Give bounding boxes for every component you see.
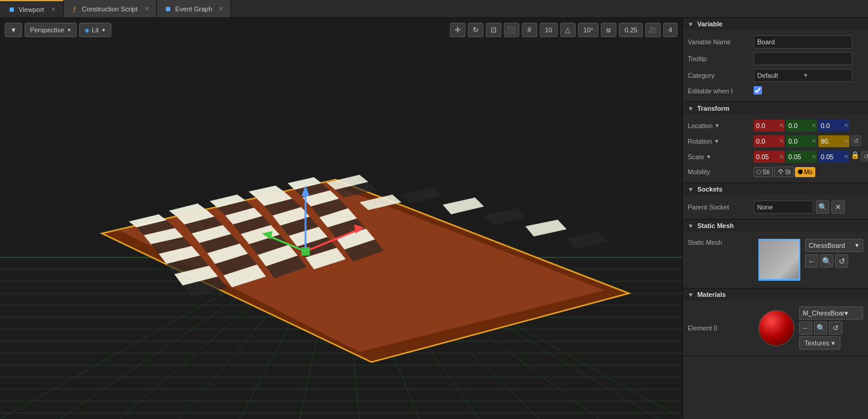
grid-size-btn[interactable]: 10 xyxy=(540,23,558,37)
mesh-label: Static Mesh xyxy=(688,239,754,246)
tab-viewport[interactable]: ◼ Viewport ✕ xyxy=(0,0,63,17)
scale-z-expand[interactable]: ⇱ xyxy=(845,154,849,160)
camera-speed-btn[interactable]: 4 xyxy=(663,23,678,37)
location-label: Location ▼ xyxy=(688,122,754,129)
scale-dropdown-arrow: ▼ xyxy=(706,154,712,160)
mobility-movable-radio[interactable]: Mo xyxy=(795,167,815,177)
editable-value-container xyxy=(754,86,863,96)
variable-name-label: Variable Name xyxy=(688,38,754,45)
camera-icon-btn[interactable]: 🎥 xyxy=(645,23,661,37)
static-mesh-section-header[interactable]: ▼ Static Mesh xyxy=(683,220,868,232)
scale-inputs: ⇱ ⇱ ⇱ 🔒 ↺ xyxy=(754,151,868,163)
variable-section-content: Variable Name Tooltip Category Defau xyxy=(683,30,868,102)
variable-section: ▼ Variable Variable Name Tooltip xyxy=(683,18,868,102)
tooltip-input[interactable] xyxy=(754,52,852,65)
svg-line-85 xyxy=(778,169,781,172)
scale-x-container: ⇱ xyxy=(754,151,785,163)
location-z-input-container: ⇱ xyxy=(818,120,849,132)
svg-rect-84 xyxy=(301,247,310,256)
mobility-label: Mobility xyxy=(688,168,754,175)
rotation-y-expand[interactable]: ⇱ xyxy=(812,139,816,144)
location-x-input-container: ⇱ xyxy=(754,120,785,132)
viewport-panel[interactable]: ▼ Perspective ▼ ◈ Lit ▼ ✛ ↻ ⊡ ⬛ # 10 △ xyxy=(0,18,682,419)
category-dropdown[interactable]: Default ▼ xyxy=(754,69,852,82)
sockets-section-content: Parent Socket 🔍 ✕ xyxy=(683,195,868,219)
lit-arrow: ▼ xyxy=(101,28,106,33)
rotation-label: Rotation ▼ xyxy=(688,138,754,145)
scale-reset-btn[interactable]: ↺ xyxy=(861,151,868,162)
tab-event-graph-close[interactable]: ✕ xyxy=(219,5,223,12)
angle-icon-btn[interactable]: △ xyxy=(560,23,576,37)
mesh-preview-bar xyxy=(760,279,799,281)
perspective-label: Perspective xyxy=(30,26,64,34)
category-label: Category xyxy=(688,72,754,79)
translate-icon-btn[interactable]: ✛ xyxy=(450,23,465,37)
location-y-expand[interactable]: ⇱ xyxy=(812,123,816,129)
rotation-x-expand[interactable]: ⇱ xyxy=(780,139,784,144)
location-x-expand[interactable]: ⇱ xyxy=(780,123,784,129)
scale-lock-icon[interactable]: 🔒 xyxy=(851,151,860,163)
scale-label-text: Scale xyxy=(688,153,704,160)
materials-section-header[interactable]: ▼ Materials xyxy=(683,289,868,300)
textures-button[interactable]: Textures ▾ xyxy=(799,336,840,350)
static-mesh-section-content: Static Mesh ChessBoard ▼ ← xyxy=(683,232,868,288)
mesh-preview-image xyxy=(760,240,799,279)
perspective-btn[interactable]: Perspective ▼ xyxy=(25,23,77,37)
lit-icon: ◈ xyxy=(84,26,89,34)
material-name-dropdown[interactable]: M_ChessBoar▾ xyxy=(799,306,863,320)
material-search-btn[interactable]: 🔍 xyxy=(814,321,827,335)
parent-socket-row: Parent Socket 🔍 ✕ xyxy=(683,199,868,215)
editable-checkbox[interactable] xyxy=(754,86,762,95)
mesh-search-btn[interactable]: 🔍 xyxy=(820,254,833,268)
material-back-btn[interactable]: ← xyxy=(799,321,812,335)
parent-socket-input[interactable] xyxy=(754,201,813,214)
viewport-menu-btn[interactable]: ▼ xyxy=(5,23,22,37)
grid-icon-btn[interactable]: # xyxy=(522,23,537,37)
material-name-row: M_ChessBoar▾ xyxy=(799,306,863,320)
viewport-icon: ◼ xyxy=(7,5,16,14)
socket-search-btn[interactable]: 🔍 xyxy=(816,201,829,214)
rotation-z-expand[interactable]: ⇱ xyxy=(845,139,849,144)
location-z-expand[interactable]: ⇱ xyxy=(845,123,849,129)
socket-clear-btn[interactable]: ✕ xyxy=(831,201,845,214)
coord-icon-btn[interactable]: ⬛ xyxy=(504,23,519,37)
material-reset-btn[interactable]: ↺ xyxy=(829,321,842,335)
variable-name-input[interactable] xyxy=(754,35,852,48)
material-element0-row: Element 0 M_ChessBoar▾ ← 🔍 ↺ xyxy=(683,304,868,352)
mesh-name-dropdown[interactable]: ChessBoard ▼ xyxy=(805,239,863,252)
camera-speed-label: 4 xyxy=(669,26,672,34)
materials-section-content: Element 0 M_ChessBoar▾ ← 🔍 ↺ xyxy=(683,300,868,356)
scale-y-expand[interactable]: ⇱ xyxy=(812,154,816,160)
rotate-icon-btn[interactable]: ↻ xyxy=(468,23,483,37)
scale-x-expand[interactable]: ⇱ xyxy=(780,154,784,160)
variable-section-header[interactable]: ▼ Variable xyxy=(683,18,868,30)
snap-btn[interactable]: 0.25 xyxy=(619,23,642,37)
mobility-stationary-radio[interactable]: St xyxy=(774,166,794,177)
category-row: Category Default ▼ xyxy=(683,67,868,84)
viewport-toolbar-right: ✛ ↻ ⊡ ⬛ # 10 △ 10° ⟏ 0.25 🎥 4 xyxy=(450,23,678,37)
mobility-static-radio[interactable]: Sti xyxy=(754,167,773,177)
category-value: Default xyxy=(757,72,803,79)
transform-section: ▼ Transform Location ▼ ⇱ xyxy=(683,102,868,183)
category-value-container: Default ▼ xyxy=(754,69,863,82)
tab-construction-label: Construction Script xyxy=(82,5,138,13)
angle-btn[interactable]: 10° xyxy=(578,23,599,37)
mesh-reset-btn[interactable]: ↺ xyxy=(835,254,848,268)
scale-icon-btn[interactable]: ⊡ xyxy=(486,23,501,37)
snap-icon-btn[interactable]: ⟏ xyxy=(601,23,616,37)
grid-size-label: 10 xyxy=(545,26,552,34)
tab-viewport-close[interactable]: ✕ xyxy=(51,6,56,13)
transform-section-content: Location ▼ ⇱ ⇱ xyxy=(683,114,868,183)
mobility-static-circle xyxy=(757,169,761,174)
mesh-back-btn[interactable]: ← xyxy=(805,254,818,268)
tab-event-graph[interactable]: ◼ Event Graph ✕ xyxy=(157,0,232,17)
editable-label: Editable when I xyxy=(688,87,754,95)
location-dropdown-arrow: ▼ xyxy=(715,123,720,129)
lit-btn[interactable]: ◈ Lit ▼ xyxy=(79,23,111,37)
transform-section-header[interactable]: ▼ Transform xyxy=(683,102,868,114)
sockets-section-header[interactable]: ▼ Sockets xyxy=(683,183,868,195)
tab-construction[interactable]: ƒ Construction Script ✕ xyxy=(63,0,157,17)
tab-construction-close[interactable]: ✕ xyxy=(144,5,149,12)
materials-section: ▼ Materials Element 0 M_ChessBoar▾ ← xyxy=(683,289,868,356)
rotation-reset-btn[interactable]: ↺ xyxy=(851,135,861,146)
